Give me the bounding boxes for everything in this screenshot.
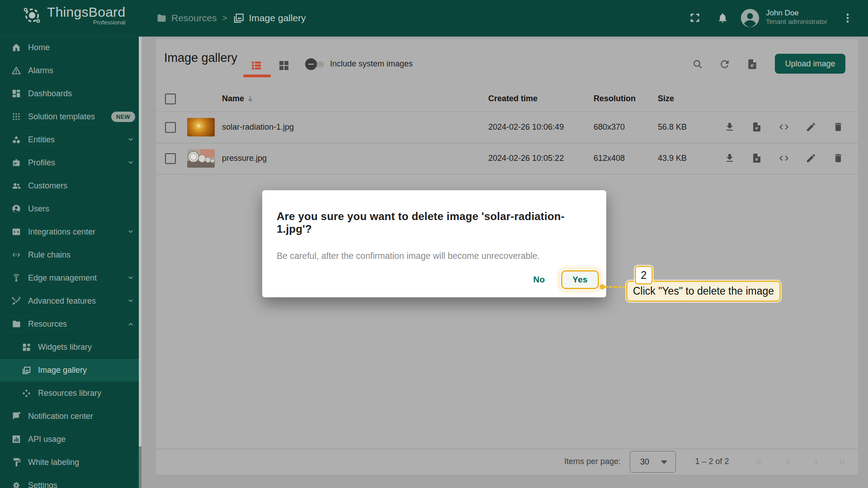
delete-button[interactable] (829, 118, 847, 136)
sidebar-item-advanced-features[interactable]: Advanced features (0, 290, 142, 313)
breadcrumb-resources[interactable]: Resources (156, 13, 217, 23)
folder-icon (156, 13, 167, 23)
resolution: 680x370 (594, 112, 625, 143)
pagination-range: 1 – 2 of 2 (689, 457, 735, 466)
chevron-down-icon (126, 296, 135, 305)
download-icon (724, 153, 735, 164)
notifications-bell-icon[interactable] (717, 12, 728, 24)
home-icon (11, 42, 22, 52)
yes-button[interactable]: Yes (562, 272, 598, 288)
search-icon[interactable] (692, 58, 703, 70)
sidebar-item-integrations-center[interactable]: Integrations center (0, 221, 142, 244)
image-thumbnail[interactable] (187, 149, 215, 168)
grid-view-button[interactable] (277, 59, 291, 72)
edit-button[interactable] (802, 118, 820, 136)
image-thumbnail[interactable] (187, 118, 215, 136)
more-vert-icon[interactable] (842, 11, 854, 25)
breadcrumb-image-gallery[interactable]: Image gallery (233, 12, 306, 24)
sidebar-item-resources-library[interactable]: Resources library (0, 382, 142, 405)
image-gallery-icon (233, 12, 245, 24)
include-system-images-toggle[interactable] (305, 58, 325, 70)
embed-code-button[interactable] (775, 118, 793, 136)
user-info[interactable]: John Doe Tenant administrator (766, 8, 827, 26)
sidebar-item-white-labeling[interactable]: White labeling (0, 451, 142, 474)
image-gallery-icon (21, 366, 32, 375)
sidebar-item-settings[interactable]: Settings (0, 474, 142, 488)
column-header-created-time[interactable]: Created time (488, 94, 538, 103)
resources-library-icon (21, 389, 32, 398)
api-usage-chart-icon (11, 434, 22, 444)
column-header-size[interactable]: Size (658, 94, 674, 103)
export-button[interactable] (748, 149, 766, 167)
sidebar-item-alarms[interactable]: Alarms (0, 59, 142, 82)
select-caret-icon (661, 460, 667, 464)
items-per-page-value: 30 (640, 457, 649, 467)
column-header-name[interactable]: Name (222, 94, 255, 103)
export-file-icon (751, 153, 762, 164)
sort-arrow-down-icon (246, 94, 255, 103)
table-row[interactable]: pressure.jpg 2024-02-26 10:05:22 612x408… (156, 143, 858, 174)
user-role: Tenant administrator (766, 18, 827, 26)
sidebar-item-profiles[interactable]: Profiles (0, 151, 142, 174)
sidebar-item-entities[interactable]: Entities (0, 128, 142, 151)
items-per-page-select[interactable]: 30 (630, 451, 676, 473)
next-page-button[interactable] (808, 456, 819, 467)
sidebar-item-home[interactable]: Home (0, 36, 142, 59)
import-file-icon[interactable] (746, 58, 758, 70)
chevron-down-icon (126, 273, 135, 282)
integrations-icon (11, 227, 22, 237)
download-button[interactable] (721, 118, 739, 136)
code-brackets-icon (778, 122, 789, 132)
sidebar-scrollbar-thumb[interactable] (139, 36, 142, 446)
image-name[interactable]: solar-radiation-1.jpg (222, 112, 294, 143)
export-button[interactable] (748, 118, 766, 136)
sidebar-item-resources[interactable]: Resources (0, 313, 142, 336)
refresh-icon[interactable] (719, 58, 731, 70)
table-header-row: Name Created time Resolution Size (156, 86, 858, 112)
edit-button[interactable] (802, 149, 820, 167)
sidebar-item-api-usage[interactable]: API usage (0, 428, 142, 451)
sidebar: Home Alarms Dashboards Solution template… (0, 36, 142, 488)
row-checkbox[interactable] (165, 153, 176, 164)
sidebar-item-notification-center[interactable]: Notification center (0, 405, 142, 428)
chevron-down-icon (126, 158, 135, 167)
folder-icon (11, 319, 22, 329)
customers-icon (11, 181, 22, 191)
dialog-actions: No Yes (525, 270, 603, 289)
include-system-images-label: Include system images (330, 59, 413, 69)
column-header-resolution[interactable]: Resolution (594, 94, 636, 103)
pencil-icon (806, 153, 816, 164)
user-avatar[interactable] (740, 8, 760, 28)
toggle-knob (305, 58, 317, 70)
list-view-button[interactable] (250, 59, 263, 72)
fullscreen-icon[interactable] (689, 12, 701, 24)
user-name: John Doe (766, 8, 827, 18)
select-all-checkbox[interactable] (165, 94, 176, 104)
sidebar-item-edge-management[interactable]: Edge management (0, 267, 142, 290)
sidebar-item-rule-chains[interactable]: Rule chains (0, 244, 142, 267)
sidebar-item-dashboards[interactable]: Dashboards (0, 82, 142, 105)
image-name[interactable]: pressure.jpg (222, 143, 267, 174)
sidebar-item-image-gallery[interactable]: Image gallery (0, 359, 142, 382)
sidebar-item-customers[interactable]: Customers (0, 174, 142, 197)
resolution: 612x408 (594, 143, 625, 174)
sidebar-item-users[interactable]: Users (0, 197, 142, 221)
chevron-down-icon (126, 227, 135, 236)
upload-image-button[interactable]: Upload image (775, 54, 845, 74)
row-checkbox[interactable] (165, 122, 176, 133)
sidebar-item-solution-templates[interactable]: Solution templates NEW (0, 105, 142, 128)
dialog-title: Are you sure you want to delete image 's… (277, 190, 592, 235)
download-button[interactable] (721, 149, 739, 167)
breadcrumb: Resources > Image gallery (156, 0, 306, 36)
last-page-button[interactable] (834, 456, 844, 467)
previous-page-button[interactable] (780, 456, 791, 467)
code-brackets-icon (778, 153, 789, 164)
table-row[interactable]: solar-radiation-1.jpg 2024-02-26 10:06:4… (156, 112, 858, 143)
export-file-icon (751, 122, 762, 132)
embed-code-button[interactable] (775, 149, 793, 167)
delete-button[interactable] (829, 149, 847, 167)
thingsboard-logo[interactable]: ThingsBoard Professional (22, 5, 125, 26)
sidebar-item-widgets-library[interactable]: Widgets library (0, 336, 142, 359)
no-button[interactable]: No (525, 270, 553, 289)
first-page-button[interactable] (751, 456, 762, 467)
